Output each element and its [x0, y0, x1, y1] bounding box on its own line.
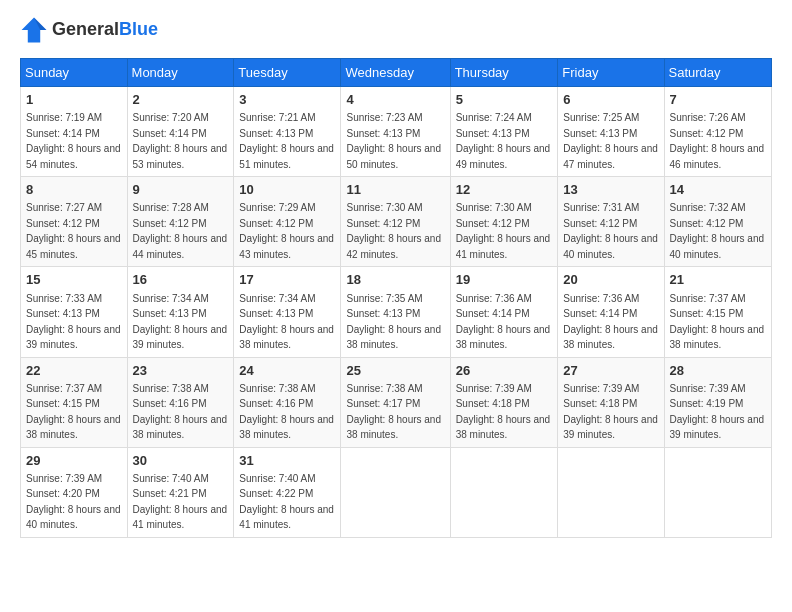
calendar-cell: 1 Sunrise: 7:19 AMSunset: 4:14 PMDayligh…: [21, 87, 128, 177]
calendar-cell: 30 Sunrise: 7:40 AMSunset: 4:21 PMDaylig…: [127, 447, 234, 537]
calendar-cell: 3 Sunrise: 7:21 AMSunset: 4:13 PMDayligh…: [234, 87, 341, 177]
day-number: 19: [456, 271, 553, 289]
day-number: 15: [26, 271, 122, 289]
calendar-cell: 29 Sunrise: 7:39 AMSunset: 4:20 PMDaylig…: [21, 447, 128, 537]
calendar-cell: 27 Sunrise: 7:39 AMSunset: 4:18 PMDaylig…: [558, 357, 664, 447]
calendar-week-row: 15 Sunrise: 7:33 AMSunset: 4:13 PMDaylig…: [21, 267, 772, 357]
day-number: 30: [133, 452, 229, 470]
day-number: 22: [26, 362, 122, 380]
day-info: Sunrise: 7:34 AMSunset: 4:13 PMDaylight:…: [239, 293, 334, 351]
day-info: Sunrise: 7:38 AMSunset: 4:16 PMDaylight:…: [133, 383, 228, 441]
calendar-cell: 26 Sunrise: 7:39 AMSunset: 4:18 PMDaylig…: [450, 357, 558, 447]
day-info: Sunrise: 7:28 AMSunset: 4:12 PMDaylight:…: [133, 202, 228, 260]
day-number: 8: [26, 181, 122, 199]
calendar-cell: 13 Sunrise: 7:31 AMSunset: 4:12 PMDaylig…: [558, 177, 664, 267]
day-info: Sunrise: 7:38 AMSunset: 4:16 PMDaylight:…: [239, 383, 334, 441]
calendar-cell: [558, 447, 664, 537]
day-number: 31: [239, 452, 335, 470]
day-info: Sunrise: 7:30 AMSunset: 4:12 PMDaylight:…: [346, 202, 441, 260]
header: GeneralBlue: [20, 16, 772, 44]
calendar-cell: [450, 447, 558, 537]
day-info: Sunrise: 7:33 AMSunset: 4:13 PMDaylight:…: [26, 293, 121, 351]
calendar-cell: 12 Sunrise: 7:30 AMSunset: 4:12 PMDaylig…: [450, 177, 558, 267]
day-number: 13: [563, 181, 658, 199]
calendar-cell: 24 Sunrise: 7:38 AMSunset: 4:16 PMDaylig…: [234, 357, 341, 447]
calendar-cell: [341, 447, 450, 537]
calendar-header: SundayMondayTuesdayWednesdayThursdayFrid…: [21, 59, 772, 87]
day-number: 26: [456, 362, 553, 380]
day-info: Sunrise: 7:26 AMSunset: 4:12 PMDaylight:…: [670, 112, 765, 170]
weekday-header: Monday: [127, 59, 234, 87]
calendar-cell: 15 Sunrise: 7:33 AMSunset: 4:13 PMDaylig…: [21, 267, 128, 357]
day-info: Sunrise: 7:37 AMSunset: 4:15 PMDaylight:…: [670, 293, 765, 351]
day-number: 2: [133, 91, 229, 109]
calendar-cell: 31 Sunrise: 7:40 AMSunset: 4:22 PMDaylig…: [234, 447, 341, 537]
weekday-header: Wednesday: [341, 59, 450, 87]
day-number: 27: [563, 362, 658, 380]
day-number: 4: [346, 91, 444, 109]
weekday-header: Thursday: [450, 59, 558, 87]
calendar-body: 1 Sunrise: 7:19 AMSunset: 4:14 PMDayligh…: [21, 87, 772, 538]
calendar-cell: 9 Sunrise: 7:28 AMSunset: 4:12 PMDayligh…: [127, 177, 234, 267]
day-info: Sunrise: 7:37 AMSunset: 4:15 PMDaylight:…: [26, 383, 121, 441]
calendar-cell: 5 Sunrise: 7:24 AMSunset: 4:13 PMDayligh…: [450, 87, 558, 177]
day-number: 11: [346, 181, 444, 199]
calendar-cell: 19 Sunrise: 7:36 AMSunset: 4:14 PMDaylig…: [450, 267, 558, 357]
day-number: 16: [133, 271, 229, 289]
calendar-cell: 20 Sunrise: 7:36 AMSunset: 4:14 PMDaylig…: [558, 267, 664, 357]
calendar-cell: 23 Sunrise: 7:38 AMSunset: 4:16 PMDaylig…: [127, 357, 234, 447]
weekday-header: Sunday: [21, 59, 128, 87]
day-info: Sunrise: 7:20 AMSunset: 4:14 PMDaylight:…: [133, 112, 228, 170]
day-info: Sunrise: 7:40 AMSunset: 4:22 PMDaylight:…: [239, 473, 334, 531]
day-number: 24: [239, 362, 335, 380]
day-info: Sunrise: 7:29 AMSunset: 4:12 PMDaylight:…: [239, 202, 334, 260]
calendar-cell: 22 Sunrise: 7:37 AMSunset: 4:15 PMDaylig…: [21, 357, 128, 447]
day-number: 28: [670, 362, 766, 380]
day-number: 20: [563, 271, 658, 289]
day-number: 9: [133, 181, 229, 199]
weekday-header: Friday: [558, 59, 664, 87]
day-number: 1: [26, 91, 122, 109]
calendar-cell: 8 Sunrise: 7:27 AMSunset: 4:12 PMDayligh…: [21, 177, 128, 267]
day-info: Sunrise: 7:19 AMSunset: 4:14 PMDaylight:…: [26, 112, 121, 170]
day-info: Sunrise: 7:39 AMSunset: 4:20 PMDaylight:…: [26, 473, 121, 531]
day-info: Sunrise: 7:34 AMSunset: 4:13 PMDaylight:…: [133, 293, 228, 351]
calendar-cell: 21 Sunrise: 7:37 AMSunset: 4:15 PMDaylig…: [664, 267, 771, 357]
day-number: 18: [346, 271, 444, 289]
day-info: Sunrise: 7:36 AMSunset: 4:14 PMDaylight:…: [563, 293, 658, 351]
calendar-cell: 4 Sunrise: 7:23 AMSunset: 4:13 PMDayligh…: [341, 87, 450, 177]
calendar-cell: 28 Sunrise: 7:39 AMSunset: 4:19 PMDaylig…: [664, 357, 771, 447]
calendar-cell: [664, 447, 771, 537]
calendar-cell: 14 Sunrise: 7:32 AMSunset: 4:12 PMDaylig…: [664, 177, 771, 267]
day-info: Sunrise: 7:21 AMSunset: 4:13 PMDaylight:…: [239, 112, 334, 170]
calendar-week-row: 8 Sunrise: 7:27 AMSunset: 4:12 PMDayligh…: [21, 177, 772, 267]
day-info: Sunrise: 7:23 AMSunset: 4:13 PMDaylight:…: [346, 112, 441, 170]
day-info: Sunrise: 7:31 AMSunset: 4:12 PMDaylight:…: [563, 202, 658, 260]
calendar-week-row: 29 Sunrise: 7:39 AMSunset: 4:20 PMDaylig…: [21, 447, 772, 537]
calendar-week-row: 22 Sunrise: 7:37 AMSunset: 4:15 PMDaylig…: [21, 357, 772, 447]
day-number: 21: [670, 271, 766, 289]
day-number: 29: [26, 452, 122, 470]
weekday-header: Tuesday: [234, 59, 341, 87]
calendar-cell: 6 Sunrise: 7:25 AMSunset: 4:13 PMDayligh…: [558, 87, 664, 177]
calendar: SundayMondayTuesdayWednesdayThursdayFrid…: [20, 58, 772, 538]
calendar-cell: 18 Sunrise: 7:35 AMSunset: 4:13 PMDaylig…: [341, 267, 450, 357]
day-number: 7: [670, 91, 766, 109]
day-number: 5: [456, 91, 553, 109]
day-number: 14: [670, 181, 766, 199]
logo-text: GeneralBlue: [52, 20, 158, 40]
day-info: Sunrise: 7:36 AMSunset: 4:14 PMDaylight:…: [456, 293, 551, 351]
calendar-cell: 10 Sunrise: 7:29 AMSunset: 4:12 PMDaylig…: [234, 177, 341, 267]
day-info: Sunrise: 7:39 AMSunset: 4:19 PMDaylight:…: [670, 383, 765, 441]
day-number: 25: [346, 362, 444, 380]
day-info: Sunrise: 7:32 AMSunset: 4:12 PMDaylight:…: [670, 202, 765, 260]
day-number: 6: [563, 91, 658, 109]
day-number: 10: [239, 181, 335, 199]
weekday-row: SundayMondayTuesdayWednesdayThursdayFrid…: [21, 59, 772, 87]
day-number: 12: [456, 181, 553, 199]
day-info: Sunrise: 7:25 AMSunset: 4:13 PMDaylight:…: [563, 112, 658, 170]
calendar-cell: 17 Sunrise: 7:34 AMSunset: 4:13 PMDaylig…: [234, 267, 341, 357]
day-info: Sunrise: 7:40 AMSunset: 4:21 PMDaylight:…: [133, 473, 228, 531]
calendar-cell: 2 Sunrise: 7:20 AMSunset: 4:14 PMDayligh…: [127, 87, 234, 177]
day-info: Sunrise: 7:38 AMSunset: 4:17 PMDaylight:…: [346, 383, 441, 441]
